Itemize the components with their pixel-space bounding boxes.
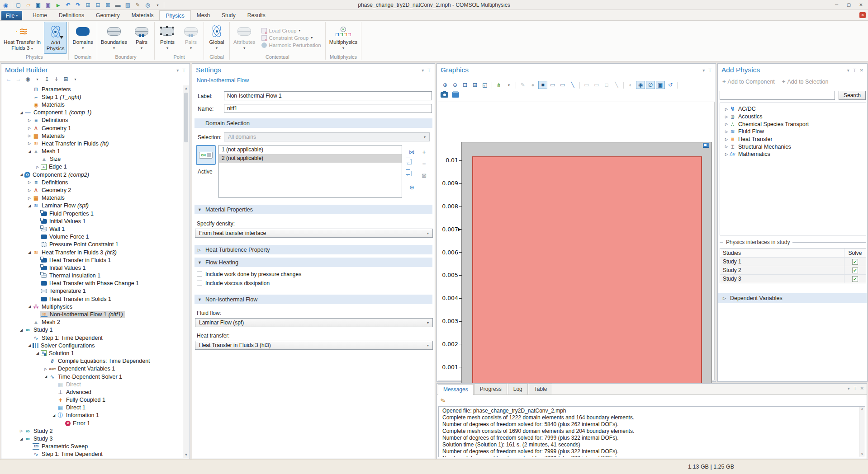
study-row[interactable]: Study 1 ✔ bbox=[720, 257, 866, 266]
zoom-box-icon[interactable]: ⊡ bbox=[460, 81, 470, 89]
material-properties-header[interactable]: ▼Material Properties bbox=[194, 205, 432, 214]
domain-selection-list[interactable]: 1 (not applicable)2 (not applicable) bbox=[218, 145, 402, 198]
back-icon[interactable]: ← bbox=[6, 76, 12, 82]
select-box-icon[interactable]: ▧ bbox=[124, 1, 132, 9]
tree-item[interactable]: ◢ ⁂ Multiphysics bbox=[2, 303, 183, 310]
expand-all-icon[interactable]: ↧ bbox=[53, 76, 59, 82]
ribbon-tab[interactable]: Results bbox=[242, 10, 271, 20]
remove-from-selection-icon[interactable]: ▭ bbox=[592, 81, 601, 89]
paste-selection-icon[interactable] bbox=[406, 169, 410, 175]
transparency-icon[interactable]: ◐ bbox=[626, 81, 635, 89]
model-tree-node-icon[interactable]: ⊞ bbox=[63, 76, 69, 82]
ribbon-tab[interactable]: Definitions bbox=[53, 10, 90, 20]
tree-item[interactable]: ▦ Direct 1 bbox=[2, 404, 183, 412]
tree-dropdown-icon[interactable]: ▾ bbox=[72, 77, 78, 81]
tree-expander-icon[interactable]: ◢ bbox=[27, 150, 32, 154]
add-to-selection-icon[interactable]: ▭ bbox=[582, 81, 591, 89]
heat-transfer-in-fluids-3-button[interactable]: ≋ Heat Transfer in Fluids 3 ▾ bbox=[1, 22, 43, 54]
view-orientation-icon[interactable]: ⋔ bbox=[494, 81, 503, 89]
tree-item[interactable]: ▦ Direct bbox=[2, 380, 183, 388]
file-menu-button[interactable]: File▾ bbox=[1, 11, 22, 20]
maximize-button[interactable]: ▢ bbox=[843, 0, 855, 9]
select-edges-icon[interactable]: ╲ bbox=[568, 81, 577, 89]
tree-expander-icon[interactable]: ▷ bbox=[27, 134, 32, 138]
view-orientation-dropdown-icon[interactable]: ▾ bbox=[504, 81, 513, 89]
tree-item[interactable]: ◉ Materials bbox=[2, 101, 183, 108]
tree-item[interactable]: ▷ ≡ Definitions bbox=[2, 178, 183, 186]
tree-item[interactable]: Temperature 1 bbox=[2, 287, 183, 295]
tree-expander-icon[interactable]: ◢ bbox=[27, 343, 32, 347]
tree-item[interactable]: ◢ Solver Configurations bbox=[2, 342, 183, 349]
tree-expander-icon[interactable]: ▷ bbox=[724, 137, 729, 141]
active-toggle[interactable]: ON bbox=[196, 145, 216, 165]
ribbon-tab[interactable]: Geometry bbox=[90, 10, 126, 20]
physics-branch[interactable]: ▷ ∴ Chemical Species Transport bbox=[720, 120, 866, 128]
graphics-canvas[interactable]: 0.010.0090.0080.0070.0060.0050.0040.0030… bbox=[438, 102, 715, 380]
separator[interactable] bbox=[677, 82, 678, 89]
messages-tab[interactable]: Table bbox=[529, 384, 553, 394]
boundaries-button[interactable]: Boundaries ▾ bbox=[99, 22, 129, 54]
tree-item[interactable]: Heat Transfer in Fluids 1 bbox=[2, 256, 183, 264]
tree-item[interactable]: ▲ Size bbox=[2, 155, 183, 163]
tree-item[interactable]: Heat Transfer in Solids 1 bbox=[2, 295, 183, 303]
add-to-selection-button[interactable]: +Add to Selection bbox=[782, 78, 829, 85]
panel-menu-icon[interactable]: ▾ bbox=[422, 68, 424, 73]
messages-body[interactable]: Opened file: phase_change_try2D_natConv_… bbox=[438, 406, 865, 457]
tree-item[interactable]: ◢ ≋ Heat Transfer in Fluids 3 (ht3) bbox=[2, 249, 183, 256]
tree-item[interactable]: ▷ Λ Geometry 1 bbox=[2, 124, 183, 132]
tree-expander-icon[interactable]: ▷ bbox=[724, 152, 729, 156]
plot-window-icon[interactable] bbox=[703, 143, 709, 148]
tree-expander-icon[interactable]: ◢ bbox=[27, 305, 32, 309]
tree-expander-icon[interactable]: ▷ bbox=[27, 141, 32, 145]
box-selection-icon[interactable]: □ bbox=[602, 81, 611, 89]
save-icon[interactable]: ▣ bbox=[34, 1, 42, 9]
tree-item[interactable]: ⌐ Step 1 (T_right) bbox=[2, 93, 183, 101]
tree-expander-icon[interactable]: ◢ bbox=[43, 375, 48, 379]
physics-branch[interactable]: ▷ ⌶ Structural Mechanics bbox=[720, 143, 866, 150]
tree-item[interactable]: Initial Values 1 bbox=[2, 264, 183, 272]
tree-item[interactable]: ◢ ∞ Study 1 bbox=[2, 326, 183, 334]
tree-item[interactable]: ✕ Error 1 bbox=[2, 419, 183, 427]
tree-expander-icon[interactable]: ▷ bbox=[27, 180, 32, 184]
tree-expander-icon[interactable]: ▷ bbox=[724, 115, 729, 119]
ribbon-tab[interactable]: Study bbox=[216, 10, 242, 20]
tree-item[interactable]: ▷ ▦ Materials bbox=[2, 194, 183, 202]
show-mesh-icon[interactable]: ▣ bbox=[656, 81, 665, 89]
tree-item[interactable]: ▷ ≋ Heat Transfer in Fluids (ht) bbox=[2, 140, 183, 147]
fluid-flow-dropdown[interactable]: Laminar Flow (spf)▾ bbox=[195, 318, 433, 327]
search-button[interactable]: Search bbox=[839, 91, 866, 100]
panel-menu-icon[interactable]: ▾ bbox=[176, 68, 179, 73]
fluid-domain-geometry[interactable] bbox=[472, 156, 702, 390]
physics-branch[interactable]: ▷ ))) Acoustics bbox=[720, 113, 866, 121]
tree-item[interactable]: ▷ Λ Geometry 2 bbox=[2, 186, 183, 194]
tree-expander-icon[interactable]: ◢ bbox=[27, 250, 32, 254]
panel-menu-icon[interactable]: ▾ bbox=[702, 68, 705, 73]
tree-item[interactable]: ∿ Step 1: Time Dependent bbox=[2, 451, 183, 458]
clear-selection-icon[interactable]: ⊠ bbox=[418, 169, 430, 181]
tree-item[interactable]: ⊥ Advanced bbox=[2, 388, 183, 396]
lasso-selection-icon[interactable]: ╲ bbox=[612, 81, 621, 89]
close-document-icon[interactable]: ✕ bbox=[859, 12, 866, 18]
select-object-icon[interactable]: ● bbox=[528, 81, 537, 89]
panel-menu-icon[interactable]: ▾ bbox=[847, 68, 849, 73]
reset-hiding-icon[interactable]: ↺ bbox=[666, 81, 675, 89]
pin-icon[interactable]: ⊤ bbox=[853, 386, 857, 391]
tree-expander-icon[interactable]: ◢ bbox=[19, 111, 24, 115]
tree-item[interactable]: Π Parameters bbox=[2, 85, 183, 93]
copy-icon[interactable]: ⊞ bbox=[84, 1, 92, 9]
zoom-out-icon[interactable]: ⊖ bbox=[451, 81, 460, 89]
study-row[interactable]: Study 3 ✔ bbox=[720, 274, 866, 283]
physics-branch[interactable]: ▷ ↯ AC/DC bbox=[720, 105, 866, 113]
tree-item[interactable]: ▷ ▦ Materials bbox=[2, 132, 183, 140]
solve-checkbox-checked[interactable]: ✔ bbox=[852, 276, 858, 282]
undo-icon[interactable]: ↶ bbox=[64, 1, 72, 9]
tree-item[interactable]: ◢ ∞ Study 3 bbox=[2, 435, 183, 442]
physics-branch[interactable]: ▷ Δu Mathematics bbox=[720, 150, 866, 158]
tree-expander-icon[interactable]: ▷ bbox=[724, 130, 729, 134]
pin-icon[interactable]: ⊤ bbox=[182, 68, 186, 73]
zoom-fit-icon[interactable]: ◱ bbox=[480, 81, 489, 89]
tree-expander-icon[interactable]: ◢ bbox=[27, 204, 32, 208]
tree-item[interactable]: 123 Parametric Sweep bbox=[2, 443, 183, 451]
multiphysics-button[interactable]: Multiphysics ▾ bbox=[327, 22, 360, 54]
select-boundaries-icon[interactable]: ▭ bbox=[548, 81, 557, 89]
